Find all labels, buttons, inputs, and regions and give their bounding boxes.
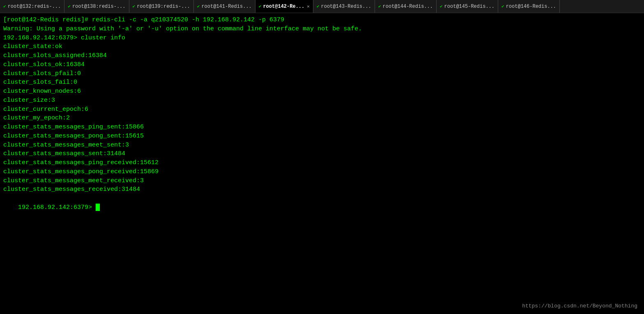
output-line: cluster_stats_messages_received:31484 xyxy=(3,185,641,194)
check-icon: ✔ xyxy=(133,4,136,9)
watermark: https://blog.csdn.net/Beyond_Nothing xyxy=(522,303,637,309)
tab-tab3[interactable]: ✔root@139:redis-... xyxy=(129,0,194,13)
output-line: cluster_size:3 xyxy=(3,96,641,105)
final-prompt-text: 192.168.92.142:6379> xyxy=(18,204,96,211)
tab-label: root@142-Re... xyxy=(263,4,304,9)
check-icon: ✔ xyxy=(3,4,6,9)
tab-tab1[interactable]: ✔root@132:redis-... xyxy=(0,0,64,13)
output-line: cluster_known_nodes:6 xyxy=(3,87,641,96)
output-line: cluster_current_epoch:6 xyxy=(3,105,641,114)
cursor xyxy=(96,204,100,211)
prompt-line: [root@142-Redis redis]# redis-cli -c -a … xyxy=(3,16,641,25)
check-icon: ✔ xyxy=(317,4,320,9)
output-line: cluster_stats_messages_ping_received:156… xyxy=(3,158,641,167)
tab-label: root@143-Redis... xyxy=(321,4,371,9)
tab-tab4[interactable]: ✔root@141-Redis... xyxy=(194,0,255,13)
check-icon: ✔ xyxy=(259,4,262,9)
check-icon: ✔ xyxy=(501,4,504,9)
final-prompt-line: 192.168.92.142:6379> xyxy=(3,194,641,221)
check-icon: ✔ xyxy=(378,4,381,9)
output-line: cluster_stats_messages_sent:31484 xyxy=(3,149,641,158)
output-line: cluster_stats_messages_pong_received:158… xyxy=(3,167,641,176)
output-line: cluster_slots_pfail:0 xyxy=(3,69,641,78)
tab-bar: ✔root@132:redis-...✔root@138:redis-...✔r… xyxy=(0,0,644,13)
output-line: cluster_my_epoch:2 xyxy=(3,114,641,123)
command-line: 192.168.92.142:6379> cluster info xyxy=(3,34,641,43)
tab-tab7[interactable]: ✔root@144-Redis... xyxy=(375,0,437,13)
tab-label: root@144-Redis... xyxy=(383,4,433,9)
tab-tab2[interactable]: ✔root@138:redis-... xyxy=(64,0,129,13)
output-line: cluster_stats_messages_meet_sent:3 xyxy=(3,141,641,150)
tab-label: root@141-Redis... xyxy=(201,4,251,9)
output-line: cluster_slots_fail:0 xyxy=(3,78,641,87)
output-line: cluster_slots_assigned:16384 xyxy=(3,51,641,60)
output-line: cluster_slots_ok:16384 xyxy=(3,60,641,69)
check-icon: ✔ xyxy=(197,4,200,9)
tab-label: root@132:redis-... xyxy=(8,4,61,9)
check-icon: ✔ xyxy=(68,4,71,9)
warning-line: Warning: Using a password with '-a' or '… xyxy=(3,25,641,34)
tab-tab6[interactable]: ✔root@143-Redis... xyxy=(313,0,375,13)
tab-tab9[interactable]: ✔root@146-Redis... xyxy=(498,0,560,13)
check-icon: ✔ xyxy=(440,4,443,9)
terminal: [root@142-Redis redis]# redis-cli -c -a … xyxy=(0,13,644,314)
tab-label: root@139:redis-... xyxy=(137,4,190,9)
tab-label: root@146-Redis... xyxy=(506,4,556,9)
output-line: cluster_stats_messages_meet_received:3 xyxy=(3,176,641,186)
output-container: cluster_state:okcluster_slots_assigned:1… xyxy=(3,42,641,194)
tab-tab5[interactable]: ✔root@142-Re...✕ xyxy=(255,0,313,13)
close-icon[interactable]: ✕ xyxy=(307,4,310,9)
tab-tab8[interactable]: ✔root@145-Redis... xyxy=(437,0,498,13)
tab-label: root@138:redis-... xyxy=(72,4,126,9)
output-line: cluster_state:ok xyxy=(3,42,641,51)
output-line: cluster_stats_messages_ping_sent:15866 xyxy=(3,123,641,132)
output-line: cluster_stats_messages_pong_sent:15615 xyxy=(3,132,641,141)
tab-label: root@145-Redis... xyxy=(444,4,494,9)
